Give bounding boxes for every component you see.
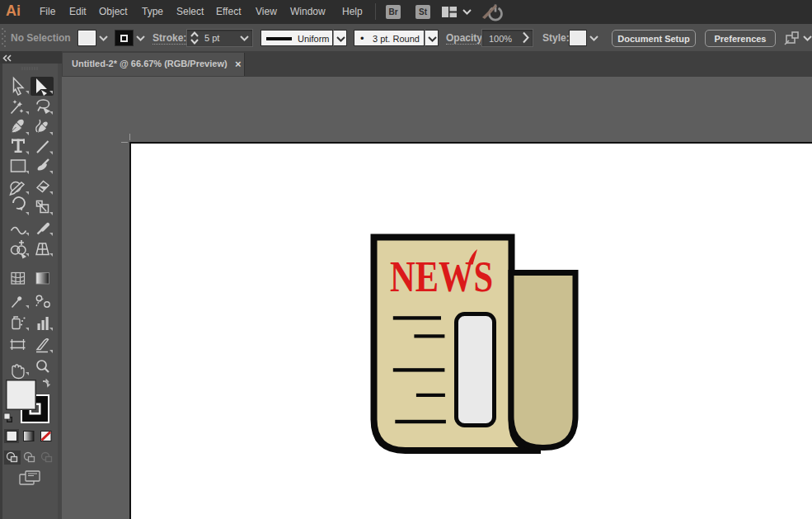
- svg-text:NEWS: NEWS: [390, 252, 493, 300]
